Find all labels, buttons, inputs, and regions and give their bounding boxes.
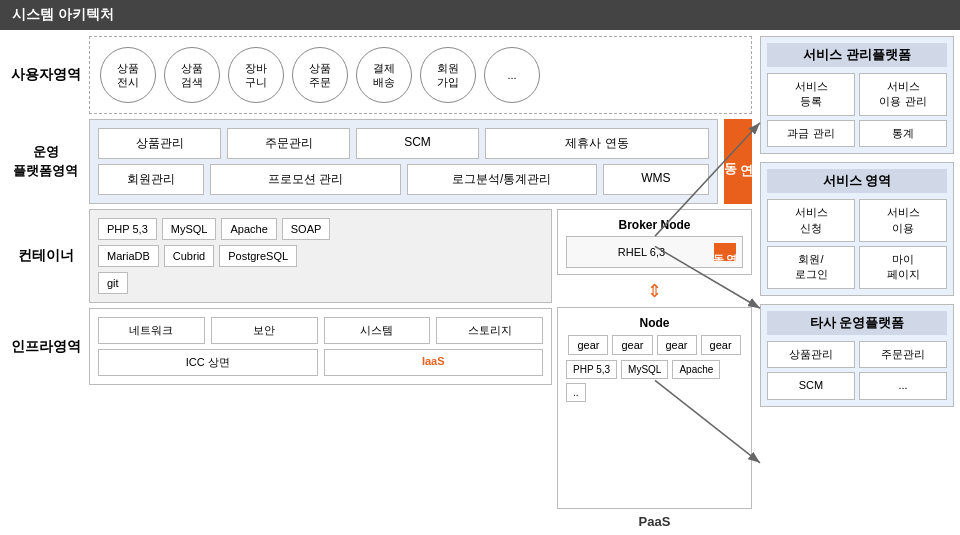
container-cubrid[interactable]: Cubrid bbox=[164, 245, 214, 267]
ops-area-content: 상품관리 주문관리 SCM 제휴사 연동 회원관리 프로모션 관리 로그분석/통… bbox=[89, 119, 718, 204]
ops-area-row: 운영 플랫폼영역 상품관리 주문관리 SCM 제휴사 연동 회원관리 프로모션 … bbox=[8, 119, 752, 204]
container-mysql[interactable]: MySQL bbox=[162, 218, 217, 240]
service-area-cell-0[interactable]: 서비스 신청 bbox=[767, 199, 855, 242]
third-party-cell-1[interactable]: 주문관리 bbox=[859, 341, 947, 368]
user-item-6[interactable]: ... bbox=[484, 47, 540, 103]
gear-icon-1[interactable]: gear bbox=[568, 335, 608, 355]
left-lower: 컨테이너 PHP 5,3 MySQL Apache SOAP MariaDB C… bbox=[8, 209, 552, 529]
ops-item-partner[interactable]: 제휴사 연동 bbox=[485, 128, 709, 159]
user-item-4[interactable]: 결제 배송 bbox=[356, 47, 412, 103]
container-apache[interactable]: Apache bbox=[221, 218, 276, 240]
ops-item-member-mgmt[interactable]: 회원관리 bbox=[98, 164, 204, 195]
third-party-cell-2[interactable]: SCM bbox=[767, 372, 855, 399]
service-area-cell-2[interactable]: 회원/ 로그인 bbox=[767, 246, 855, 289]
third-party-title: 타사 운영플랫폼 bbox=[767, 311, 947, 335]
infra-row-2: ICC 상면 IaaS bbox=[98, 349, 543, 376]
user-area-content: 상품 전시 상품 검색 장바 구니 상품 주문 결제 배송 회원 가입 ... bbox=[89, 36, 752, 114]
container-row-3: git bbox=[98, 272, 543, 294]
infra-network[interactable]: 네트워크 bbox=[98, 317, 205, 344]
page-title: 시스템 아키텍처 bbox=[12, 6, 114, 22]
third-party-cell-3[interactable]: ... bbox=[859, 372, 947, 399]
node-dots[interactable]: .. bbox=[566, 383, 586, 402]
broker-section: Broker Node RHEL 6,3 연 동 bbox=[557, 209, 752, 275]
container-soap[interactable]: SOAP bbox=[282, 218, 331, 240]
ops-area-label: 운영 플랫폼영역 bbox=[8, 119, 83, 204]
user-item-2[interactable]: 장바 구니 bbox=[228, 47, 284, 103]
ops-item-log-stats[interactable]: 로그분석/통계관리 bbox=[407, 164, 597, 195]
infra-area-row: 인프라영역 네트워크 보안 시스템 스토리지 ICC 상면 IaaS bbox=[8, 308, 552, 385]
user-item-0[interactable]: 상품 전시 bbox=[100, 47, 156, 103]
ops-item-scm[interactable]: SCM bbox=[356, 128, 479, 159]
broker-inner-label: RHEL 6,3 bbox=[573, 246, 710, 258]
service-mgmt-title: 서비스 관리플랫폼 bbox=[767, 43, 947, 67]
ops-row-2: 회원관리 프로모션 관리 로그분석/통계관리 WMS bbox=[98, 164, 709, 195]
user-item-3[interactable]: 상품 주문 bbox=[292, 47, 348, 103]
infra-security[interactable]: 보안 bbox=[211, 317, 318, 344]
service-mgmt-cell-0[interactable]: 서비스 등록 bbox=[767, 73, 855, 116]
node-mysql[interactable]: MySQL bbox=[621, 360, 668, 379]
vertical-arrow: ⇕ bbox=[557, 280, 752, 302]
infra-row-1: 네트워크 보안 시스템 스토리지 bbox=[98, 317, 543, 344]
infra-label: 인프라영역 bbox=[8, 308, 83, 385]
service-area-title: 서비스 영역 bbox=[767, 169, 947, 193]
gear-icon-4[interactable]: gear bbox=[701, 335, 741, 355]
container-label: 컨테이너 bbox=[8, 209, 83, 303]
node-section: Node gear gear gear gear PHP 5,3 MySQL A… bbox=[557, 307, 752, 509]
node-apache[interactable]: Apache bbox=[672, 360, 720, 379]
node-gear-row: gear gear gear gear bbox=[566, 335, 743, 355]
user-area-label: 사용자영역 bbox=[8, 36, 83, 114]
gear-icon-2[interactable]: gear bbox=[612, 335, 652, 355]
middle-panel: Broker Node RHEL 6,3 연 동 ⇕ Node gear bbox=[557, 209, 752, 529]
service-area-grid: 서비스 신청 서비스 이용 회원/ 로그인 마이 페이지 bbox=[767, 199, 947, 289]
infra-icc[interactable]: ICC 상면 bbox=[98, 349, 318, 376]
ops-item-promo-mgmt[interactable]: 프로모션 관리 bbox=[210, 164, 400, 195]
service-area-box: 서비스 영역 서비스 신청 서비스 이용 회원/ 로그인 마이 페이지 bbox=[760, 162, 954, 296]
diagram-area: 사용자영역 상품 전시 상품 검색 장바 구니 상품 주문 결제 배송 회원 가… bbox=[0, 30, 960, 535]
third-party-cell-0[interactable]: 상품관리 bbox=[767, 341, 855, 368]
third-party-box: 타사 운영플랫폼 상품관리 주문관리 SCM ... bbox=[760, 304, 954, 407]
service-mgmt-cell-3[interactable]: 통계 bbox=[859, 120, 947, 147]
ops-row-1: 상품관리 주문관리 SCM 제휴사 연동 bbox=[98, 128, 709, 159]
broker-inner: RHEL 6,3 연 동 bbox=[566, 236, 743, 268]
lower-row: 컨테이너 PHP 5,3 MySQL Apache SOAP MariaDB C… bbox=[8, 209, 752, 529]
infra-system[interactable]: 시스템 bbox=[324, 317, 431, 344]
service-mgmt-grid: 서비스 등록 서비스 이용 관리 과금 관리 통계 bbox=[767, 73, 947, 147]
left-column: 사용자영역 상품 전시 상품 검색 장바 구니 상품 주문 결제 배송 회원 가… bbox=[0, 30, 760, 535]
service-area-cell-1[interactable]: 서비스 이용 bbox=[859, 199, 947, 242]
right-panel: 서비스 관리플랫폼 서비스 등록 서비스 이용 관리 과금 관리 통계 서비스 … bbox=[760, 30, 960, 535]
container-git[interactable]: git bbox=[98, 272, 128, 294]
container-content: PHP 5,3 MySQL Apache SOAP MariaDB Cubrid… bbox=[89, 209, 552, 303]
service-area-cell-3[interactable]: 마이 페이지 bbox=[859, 246, 947, 289]
container-row-1: PHP 5,3 MySQL Apache SOAP bbox=[98, 218, 543, 240]
node-php[interactable]: PHP 5,3 bbox=[566, 360, 617, 379]
user-item-5[interactable]: 회원 가입 bbox=[420, 47, 476, 103]
main-container: 시스템 아키텍처 사용자영역 상품 전시 상품 검색 bbox=[0, 0, 960, 535]
ops-item-product-mgmt[interactable]: 상품관리 bbox=[98, 128, 221, 159]
paas-label: PaaS bbox=[557, 514, 752, 529]
ops-item-wms[interactable]: WMS bbox=[603, 164, 709, 195]
infra-iaas[interactable]: IaaS bbox=[324, 349, 544, 376]
gear-icon-3[interactable]: gear bbox=[657, 335, 697, 355]
title-bar: 시스템 아키텍처 bbox=[0, 0, 960, 30]
container-mariadb[interactable]: MariaDB bbox=[98, 245, 159, 267]
container-area-row: 컨테이너 PHP 5,3 MySQL Apache SOAP MariaDB C… bbox=[8, 209, 552, 303]
infra-content: 네트워크 보안 시스템 스토리지 ICC 상면 IaaS bbox=[89, 308, 552, 385]
broker-title: Broker Node bbox=[566, 218, 743, 232]
node-tag-row: PHP 5,3 MySQL Apache .. bbox=[566, 360, 743, 402]
user-area-row: 사용자영역 상품 전시 상품 검색 장바 구니 상품 주문 결제 배송 회원 가… bbox=[8, 36, 752, 114]
node-title: Node bbox=[566, 316, 743, 330]
infra-storage[interactable]: 스토리지 bbox=[436, 317, 543, 344]
service-mgmt-cell-1[interactable]: 서비스 이용 관리 bbox=[859, 73, 947, 116]
third-party-grid: 상품관리 주문관리 SCM ... bbox=[767, 341, 947, 400]
user-item-1[interactable]: 상품 검색 bbox=[164, 47, 220, 103]
ops-connector: 연 동 bbox=[724, 119, 752, 204]
container-php[interactable]: PHP 5,3 bbox=[98, 218, 157, 240]
service-mgmt-box: 서비스 관리플랫폼 서비스 등록 서비스 이용 관리 과금 관리 통계 bbox=[760, 36, 954, 154]
container-postgresql[interactable]: PostgreSQL bbox=[219, 245, 297, 267]
broker-connector: 연 동 bbox=[714, 243, 736, 261]
ops-item-order-mgmt[interactable]: 주문관리 bbox=[227, 128, 350, 159]
container-row-2: MariaDB Cubrid PostgreSQL bbox=[98, 245, 543, 267]
service-mgmt-cell-2[interactable]: 과금 관리 bbox=[767, 120, 855, 147]
